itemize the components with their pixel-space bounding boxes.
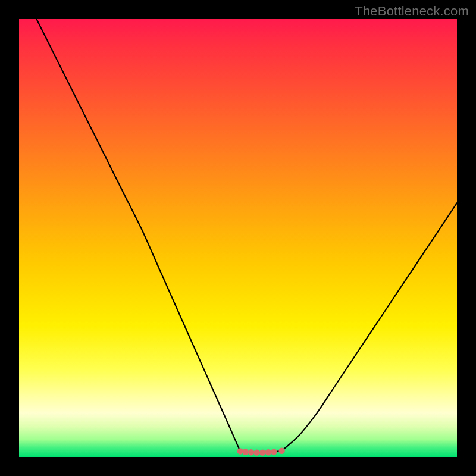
- curve-layer: [19, 19, 457, 457]
- right-curve-path: [282, 203, 457, 451]
- left-curve-path: [36, 19, 240, 451]
- valley-dot: [242, 449, 248, 455]
- watermark-text: TheBottleneck.com: [355, 4, 469, 19]
- valley-dot: [253, 449, 259, 455]
- valley-dot: [278, 448, 284, 454]
- valley-dot: [237, 448, 243, 454]
- valley-dot: [265, 449, 271, 455]
- valley-dot: [271, 449, 277, 455]
- plot-area: [19, 19, 457, 457]
- valley-dot: [259, 449, 265, 455]
- chart-frame: TheBottleneck.com: [0, 0, 476, 476]
- valley-dot: [248, 449, 254, 455]
